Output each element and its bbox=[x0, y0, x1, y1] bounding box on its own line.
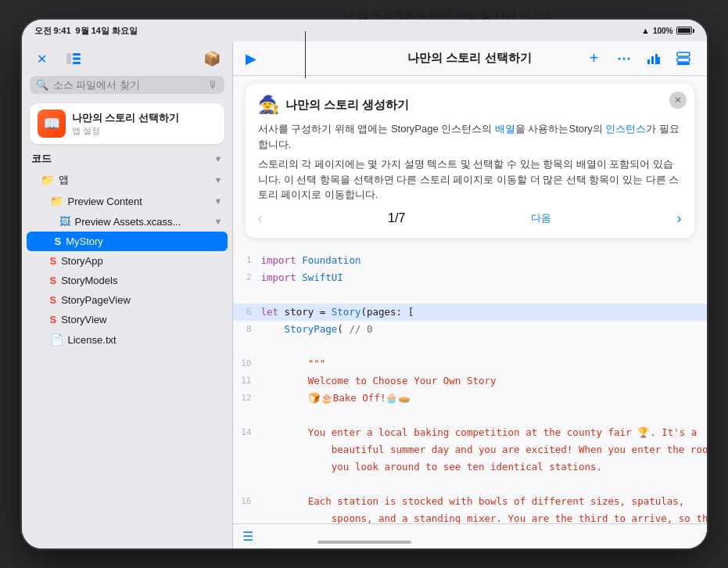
svg-rect-9 bbox=[655, 54, 658, 64]
popup-close-button[interactable]: ✕ bbox=[669, 92, 687, 109]
line-content-2[interactable]: import SwiftUI bbox=[261, 270, 707, 286]
line-content-11[interactable]: Welcome to Choose Your Own Story bbox=[261, 373, 707, 389]
line-num-1: 1 bbox=[233, 253, 261, 268]
svg-point-4 bbox=[618, 57, 620, 59]
line-content-14[interactable]: You enter a local baking competition at … bbox=[261, 425, 707, 440]
line-content-12[interactable]: 🍞🎂Bake Off!🧁🥧 bbox=[261, 390, 707, 406]
preview-content-folder-icon: 📁 bbox=[50, 195, 63, 207]
app-chevron: ▼ bbox=[214, 175, 223, 185]
tree-item-mystory[interactable]: S MyStory bbox=[27, 232, 228, 251]
tree-item-storypageview-label: StoryPageView bbox=[61, 294, 131, 306]
search-bar: 🔍 🎙 bbox=[30, 76, 224, 94]
svg-rect-13 bbox=[677, 63, 690, 65]
tree-item-preview-content[interactable]: 📁 Preview Content ▼ bbox=[22, 191, 232, 211]
line-content-10[interactable]: """ bbox=[261, 356, 707, 372]
svg-rect-1 bbox=[73, 53, 81, 56]
tree-item-storyview[interactable]: S StoryView bbox=[22, 310, 232, 329]
search-icon: 🔍 bbox=[36, 79, 48, 91]
tree-item-app[interactable]: 📁 앱 ▼ bbox=[22, 169, 232, 191]
tutorial-popup: 🧙 나만의 스토리 생성하기 ✕ 서사를 구성하기 위해 앱에는 StoryPa… bbox=[246, 84, 694, 238]
line-content-6[interactable]: let story = Story(pages: [ bbox=[261, 304, 707, 320]
tree-item-preview-assets-label: Preview Assets.xcass... bbox=[75, 216, 181, 228]
svg-point-5 bbox=[622, 57, 625, 59]
play-icon: ▶ bbox=[246, 50, 256, 67]
content-toolbar: ▶ ··· 나만의 스토리 선택하기 + bbox=[233, 41, 707, 76]
line-num-2: 2 bbox=[233, 270, 261, 286]
tree-item-storyapp[interactable]: S StoryApp bbox=[22, 251, 232, 271]
more-button[interactable] bbox=[613, 48, 635, 70]
tree-item-license[interactable]: 📄 License.txt bbox=[22, 329, 232, 350]
image-icon: 🖼 bbox=[59, 215, 70, 228]
swift-icon-storyapp: S bbox=[50, 255, 57, 267]
popup-prev-button[interactable]: ‹ bbox=[258, 210, 263, 227]
svg-rect-0 bbox=[66, 53, 71, 64]
toolbar-right: + bbox=[583, 48, 694, 70]
project-card[interactable]: 📖 나만의 스토리 선택하기 앱 설정 bbox=[30, 103, 224, 144]
add-button[interactable]: + bbox=[583, 48, 605, 70]
main-layout: ✕ 📦 bbox=[22, 41, 707, 548]
tree-item-mystory-label: MyStory bbox=[66, 235, 103, 247]
tree-item-storyapp-label: StoryApp bbox=[61, 255, 102, 267]
bottom-bar: ☰ bbox=[233, 523, 707, 548]
sidebar-toggle-button[interactable] bbox=[63, 48, 84, 70]
mic-icon[interactable]: 🎙 bbox=[208, 79, 218, 91]
code-line-10: 10 """ bbox=[233, 355, 707, 372]
code-line-14c: you look around to see ten identical sta… bbox=[233, 458, 707, 476]
popup-link-instance[interactable]: 인스턴스 bbox=[605, 123, 646, 135]
popup-nav: ‹ 1/7 다음 › bbox=[258, 210, 682, 227]
code-line-blank4 bbox=[233, 476, 707, 493]
close-button[interactable]: ✕ bbox=[31, 48, 53, 70]
code-line-blank3 bbox=[233, 407, 707, 424]
swift-icon-storypageview: S bbox=[50, 294, 57, 306]
settings-button[interactable] bbox=[672, 48, 694, 70]
sidebar-toolbar: ✕ 📦 bbox=[22, 41, 232, 76]
time: 오전 9:41 bbox=[34, 25, 71, 37]
toolbar-left: ▶ bbox=[246, 50, 256, 67]
line-num-16: 16 bbox=[233, 494, 261, 509]
code-line-8: 8 StoryPage( // 0 bbox=[233, 321, 707, 338]
line-content-16b: spoons, and a standing mixer. You are th… bbox=[261, 511, 707, 524]
preview-chevron: ▼ bbox=[214, 196, 223, 206]
code-line-2: 2 import SwiftUI bbox=[233, 269, 707, 286]
status-bar: 오전 9:41 9월 14일 화요일 ▲ 100% bbox=[22, 20, 707, 41]
content-area: ▶ ··· 나만의 스토리 선택하기 + bbox=[233, 41, 707, 548]
line-content-8[interactable]: StoryPage( // 0 bbox=[261, 322, 707, 337]
section-header-code[interactable]: 코드 ▼ bbox=[22, 147, 232, 169]
tree-item-app-label: 앱 bbox=[59, 173, 69, 187]
popup-title: 나만의 스토리 생성하기 bbox=[285, 98, 409, 113]
date: 9월 14일 화요일 bbox=[76, 25, 138, 37]
tree-item-storymodels[interactable]: S StoryModels bbox=[22, 271, 232, 290]
sidebar: ✕ 📦 bbox=[22, 41, 233, 548]
tree-item-preview-content-label: Preview Content bbox=[68, 196, 142, 207]
line-num-14: 14 bbox=[233, 425, 261, 440]
wifi-icon: ▲ bbox=[641, 26, 650, 35]
tree-item-storymodels-label: StoryModels bbox=[61, 275, 117, 286]
tree-item-preview-assets[interactable]: 🖼 Preview Assets.xcass... ▼ bbox=[22, 211, 232, 232]
folder-icon: 📁 bbox=[41, 174, 54, 186]
code-line-16: 16 Each station is stocked with bowls of… bbox=[233, 493, 707, 510]
popup-text-2: 스토리의 각 페이지에는 몇 가지 설명 텍스트 및 선택할 수 있는 항목의 … bbox=[258, 156, 682, 203]
code-line-blank1 bbox=[233, 286, 707, 304]
swift-icon-mystory: S bbox=[55, 235, 62, 247]
popup-link-array[interactable]: 배열 bbox=[495, 123, 515, 135]
svg-rect-2 bbox=[73, 58, 81, 60]
content-toolbar-title: 나만의 스토리 선택하기 bbox=[407, 51, 531, 66]
line-content-14c: you look around to see ten identical sta… bbox=[261, 459, 707, 475]
add-file-button[interactable]: 📦 bbox=[201, 48, 223, 70]
line-content-1[interactable]: import Foundation bbox=[261, 253, 707, 268]
ipad-frame: 오전 9:41 9월 14일 화요일 ▲ 100% ✕ bbox=[20, 18, 708, 550]
list-icon[interactable]: ☰ bbox=[242, 529, 253, 544]
line-num-8: 8 bbox=[233, 322, 261, 337]
code-line-14b: beautiful summer day and you are excited… bbox=[233, 441, 707, 458]
file-tree: 코드 ▼ 📁 앱 ▼ 📁 Preview Content ▼ bbox=[22, 147, 232, 548]
swift-icon-storymodels: S bbox=[50, 275, 57, 286]
svg-rect-10 bbox=[658, 57, 660, 64]
search-input[interactable] bbox=[53, 79, 203, 91]
popup-next-arrow-button[interactable]: › bbox=[676, 210, 681, 227]
line-content-16[interactable]: Each station is stocked with bowls of di… bbox=[261, 494, 707, 509]
popup-next-button[interactable]: 다음 bbox=[531, 211, 551, 225]
home-indicator bbox=[317, 541, 411, 544]
sidebar-toolbar-left: ✕ bbox=[31, 48, 84, 70]
tree-item-storypageview[interactable]: S StoryPageView bbox=[22, 290, 232, 310]
chart-button[interactable] bbox=[643, 48, 665, 70]
